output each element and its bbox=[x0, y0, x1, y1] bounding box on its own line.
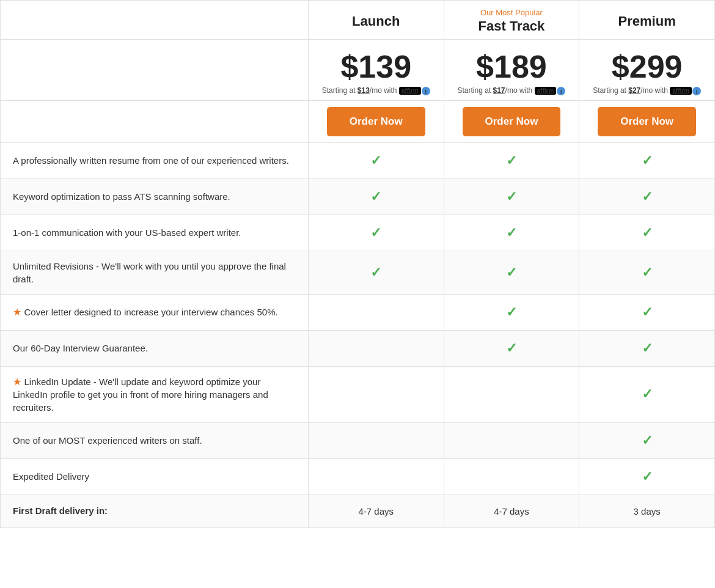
feature-check-fasttrack-3: ✓ bbox=[444, 251, 579, 294]
feature-check-launch-3: ✓ bbox=[308, 251, 444, 294]
feature-check-launch-2: ✓ bbox=[308, 215, 444, 251]
feature-text-4: ★ Cover letter designed to increase your… bbox=[1, 294, 309, 330]
feature-check-premium-3: ✓ bbox=[579, 251, 715, 294]
delivery-launch-days: 4-7 days bbox=[358, 506, 394, 516]
check-icon: ✓ bbox=[370, 265, 381, 280]
check-icon: ✓ bbox=[370, 153, 381, 168]
feature-check-premium-7: ✓ bbox=[579, 422, 715, 458]
plan-fasttrack-popular: Our Most Popular bbox=[450, 8, 573, 17]
plan-premium-label: Premium bbox=[618, 13, 676, 29]
price-launch-cell: $139 Starting at $13/mo with affirmi bbox=[308, 40, 444, 101]
feature-check-premium-0: ✓ bbox=[579, 142, 715, 178]
feature-row-6: ★ LinkedIn Update - We'll update and key… bbox=[1, 366, 715, 422]
star-icon-6: ★ bbox=[13, 377, 21, 387]
delivery-premium-value: 3 days bbox=[579, 494, 715, 527]
check-icon: ✓ bbox=[642, 265, 653, 280]
price-premium-cell: $299 Starting at $27/mo with affirmi bbox=[579, 40, 715, 101]
feature-text-8: Expedited Delivery bbox=[1, 458, 309, 494]
feature-row-7: One of our MOST experienced writers on s… bbox=[1, 422, 715, 458]
feature-row-5: Our 60-Day Interview Guarantee. ✓ ✓ bbox=[1, 330, 715, 366]
feature-text-7: One of our MOST experienced writers on s… bbox=[1, 422, 309, 458]
check-icon: ✓ bbox=[642, 189, 653, 204]
feature-check-fasttrack-2: ✓ bbox=[444, 215, 579, 251]
price-fasttrack-amount: $189 bbox=[450, 51, 573, 83]
affirm-premium-text: Starting at $27/mo with affirmi bbox=[585, 86, 708, 95]
affirm-launch-badge: affirm bbox=[399, 87, 421, 95]
feature-column-header bbox=[1, 1, 309, 40]
check-icon: ✓ bbox=[642, 386, 653, 402]
feature-check-fasttrack-6 bbox=[444, 366, 579, 422]
feature-row-4: ★ Cover letter designed to increase your… bbox=[1, 294, 715, 330]
plan-launch-header: Launch bbox=[308, 1, 444, 40]
order-premium-button[interactable]: Order Now bbox=[598, 107, 696, 136]
feature-text-6: ★ LinkedIn Update - We'll update and key… bbox=[1, 366, 309, 422]
feature-check-launch-0: ✓ bbox=[308, 142, 444, 178]
check-icon: ✓ bbox=[642, 304, 653, 320]
feature-text-1: Keyword optimization to pass ATS scannin… bbox=[1, 178, 309, 215]
feature-check-fasttrack-0: ✓ bbox=[444, 142, 579, 178]
feature-check-fasttrack-1: ✓ bbox=[444, 178, 579, 215]
delivery-fasttrack-days: 4-7 days bbox=[494, 506, 529, 516]
feature-row-8: Expedited Delivery ✓ bbox=[1, 458, 715, 494]
affirm-launch-text: Starting at $13/mo with affirmi bbox=[315, 86, 438, 95]
feature-check-launch-8 bbox=[308, 458, 444, 494]
feature-row-0: A professionally written resume from one… bbox=[1, 142, 715, 178]
price-feature-cell bbox=[1, 40, 309, 101]
feature-check-premium-1: ✓ bbox=[579, 178, 715, 215]
check-icon: ✓ bbox=[506, 225, 517, 240]
plan-fasttrack-header: Our Most Popular Fast Track bbox=[444, 1, 579, 40]
affirm-fasttrack-badge: affirm bbox=[535, 87, 557, 95]
order-premium-cell: Order Now bbox=[579, 100, 715, 142]
affirm-fasttrack-amount: $17 bbox=[493, 86, 505, 95]
affirm-premium-badge: affirm bbox=[670, 87, 692, 95]
feature-row-3: Unlimited Revisions - We'll work with yo… bbox=[1, 251, 715, 294]
check-icon: ✓ bbox=[370, 189, 381, 204]
feature-check-premium-5: ✓ bbox=[579, 330, 715, 366]
price-row: $139 Starting at $13/mo with affirmi $18… bbox=[1, 40, 715, 101]
feature-check-premium-8: ✓ bbox=[579, 458, 715, 494]
check-icon: ✓ bbox=[642, 153, 653, 168]
star-icon-4: ★ bbox=[13, 307, 21, 317]
delivery-row: First Draft delivery in: 4-7 days 4-7 da… bbox=[1, 494, 715, 527]
feature-check-fasttrack-5: ✓ bbox=[444, 330, 579, 366]
feature-text-5: Our 60-Day Interview Guarantee. bbox=[1, 330, 309, 366]
price-launch-amount: $139 bbox=[315, 51, 438, 83]
feature-check-launch-5 bbox=[308, 330, 444, 366]
check-icon: ✓ bbox=[642, 469, 653, 484]
affirm-fasttrack-text: Starting at $17/mo with affirmi bbox=[450, 86, 573, 95]
order-launch-button[interactable]: Order Now bbox=[327, 107, 425, 136]
feature-row-2: 1-on-1 communication with your US-based … bbox=[1, 215, 715, 251]
affirm-premium-info: i bbox=[692, 87, 701, 95]
feature-check-launch-7 bbox=[308, 422, 444, 458]
feature-check-premium-6: ✓ bbox=[579, 366, 715, 422]
feature-text-0: A professionally written resume from one… bbox=[1, 142, 309, 178]
plan-fasttrack-label: Fast Track bbox=[479, 18, 545, 34]
feature-check-launch-6 bbox=[308, 366, 444, 422]
check-icon: ✓ bbox=[506, 265, 517, 280]
delivery-launch-value: 4-7 days bbox=[308, 494, 444, 527]
affirm-premium-amount: $27 bbox=[628, 86, 640, 95]
affirm-fasttrack-info: i bbox=[557, 87, 565, 95]
price-fasttrack-cell: $189 Starting at $17/mo with affirmi bbox=[444, 40, 579, 101]
feature-check-fasttrack-4: ✓ bbox=[444, 294, 579, 330]
order-launch-cell: Order Now bbox=[308, 100, 444, 142]
check-icon: ✓ bbox=[642, 433, 653, 448]
order-fasttrack-button[interactable]: Order Now bbox=[463, 107, 561, 136]
pricing-table: Launch Our Most Popular Fast Track Premi… bbox=[0, 0, 715, 528]
feature-text-3: Unlimited Revisions - We'll work with yo… bbox=[1, 251, 309, 294]
order-fasttrack-cell: Order Now bbox=[444, 100, 579, 142]
feature-text-2: 1-on-1 communication with your US-based … bbox=[1, 215, 309, 251]
affirm-launch-info: i bbox=[422, 87, 430, 95]
feature-check-fasttrack-8 bbox=[444, 458, 579, 494]
delivery-premium-days: 3 days bbox=[634, 506, 661, 516]
feature-check-premium-4: ✓ bbox=[579, 294, 715, 330]
feature-check-premium-2: ✓ bbox=[579, 215, 715, 251]
plan-launch-label: Launch bbox=[352, 13, 400, 29]
feature-check-launch-1: ✓ bbox=[308, 178, 444, 215]
feature-check-launch-4 bbox=[308, 294, 444, 330]
feature-row-1: Keyword optimization to pass ATS scannin… bbox=[1, 178, 715, 215]
delivery-label-cell: First Draft delivery in: bbox=[1, 494, 309, 527]
order-feature-cell bbox=[1, 100, 309, 142]
feature-check-fasttrack-7 bbox=[444, 422, 579, 458]
affirm-launch-amount: $13 bbox=[358, 86, 370, 95]
